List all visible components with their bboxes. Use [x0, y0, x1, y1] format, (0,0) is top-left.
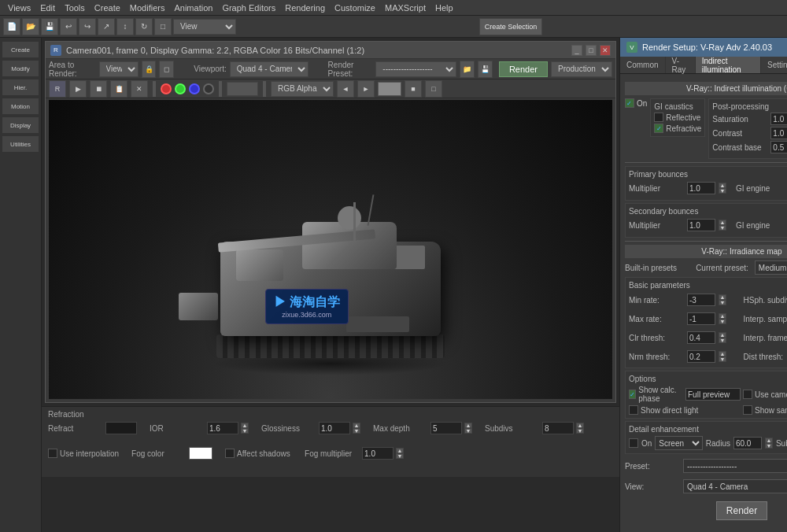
use-camera-path-checkbox[interactable]: [743, 390, 752, 399]
menu-tools[interactable]: Tools: [60, 3, 90, 13]
secondary-mult-spinner[interactable]: ▲▼: [719, 220, 726, 231]
menu-modifiers[interactable]: Modifiers: [125, 3, 170, 13]
sidebar-hierarchy[interactable]: Hier.: [2, 79, 39, 96]
nrm-thresh-spinner[interactable]: ▲▼: [719, 351, 726, 362]
ior-input[interactable]: [207, 422, 238, 434]
select-btn[interactable]: ↗: [98, 18, 115, 35]
render-icon5[interactable]: ✕: [131, 80, 148, 98]
contrast-base-input[interactable]: [770, 141, 787, 153]
max-depth-input[interactable]: [430, 422, 462, 434]
lock-btn[interactable]: 🔒: [142, 61, 157, 78]
ior-spinner[interactable]: ▲ ▼: [241, 423, 249, 434]
channel-prev[interactable]: ◄: [337, 80, 354, 98]
load-preset-btn[interactable]: 📁: [460, 61, 475, 78]
de-scale-select[interactable]: Screen World: [655, 436, 702, 450]
show-calc-checkbox[interactable]: ✓: [629, 390, 636, 399]
glossiness-input[interactable]: [319, 422, 350, 434]
affect-shadows-checkbox[interactable]: [225, 449, 235, 458]
nrm-thresh-input[interactable]: [687, 350, 715, 363]
fog-color-swatch[interactable]: [189, 447, 212, 460]
menu-views[interactable]: Views: [3, 3, 35, 13]
tab-common[interactable]: Common: [620, 57, 666, 73]
save-btn[interactable]: 💾: [41, 18, 58, 35]
rotate-btn[interactable]: ↻: [135, 18, 153, 35]
view-mode-select[interactable]: View: [173, 19, 236, 35]
subdivs-input[interactable]: [542, 422, 574, 434]
redo-btn[interactable]: ↪: [79, 18, 96, 35]
render-preset-select[interactable]: -------------------: [375, 61, 456, 77]
channel-extra1[interactable]: ■: [405, 80, 422, 98]
reflective-checkbox[interactable]: [654, 113, 663, 122]
new-btn[interactable]: 📄: [3, 18, 20, 35]
de-radius-input[interactable]: [733, 437, 762, 449]
refract-input[interactable]: [105, 422, 137, 434]
channel-select[interactable]: RGB Alpha: [271, 81, 334, 97]
show-samples-checkbox[interactable]: [743, 405, 752, 415]
de-on-checkbox[interactable]: [629, 438, 638, 448]
max-rate-input[interactable]: [687, 312, 715, 325]
render-scene-btn[interactable]: Create Selection: [479, 18, 542, 35]
menu-help[interactable]: Help: [430, 3, 458, 13]
subdivs-spinner[interactable]: ▲ ▼: [576, 423, 584, 434]
saturation-input[interactable]: [770, 113, 787, 125]
channel-next[interactable]: ►: [357, 80, 375, 98]
tank-tracks: [216, 334, 445, 358]
show-direct-checkbox[interactable]: [629, 405, 638, 415]
menu-maxscript[interactable]: MAXScript: [380, 3, 430, 13]
move-btn[interactable]: ↕: [116, 18, 134, 35]
scale-btn[interactable]: □: [154, 18, 172, 35]
min-rate-spinner[interactable]: ▲▼: [719, 294, 726, 305]
sidebar-display[interactable]: Display: [2, 116, 39, 134]
min-rate-input[interactable]: [687, 294, 715, 306]
menu-animation[interactable]: Animation: [169, 3, 217, 13]
render-icon3[interactable]: ⏹: [90, 80, 107, 98]
de-radius-spinner[interactable]: ▲▼: [765, 438, 773, 449]
clr-thresh-input[interactable]: [687, 331, 715, 344]
contrast-input[interactable]: [770, 127, 787, 139]
glossiness-spinner[interactable]: ▲ ▼: [353, 423, 360, 434]
minimize-btn[interactable]: _: [571, 45, 582, 56]
menu-graph-editors[interactable]: Graph Editors: [217, 3, 280, 13]
viewport-select[interactable]: Quad 4 - Camera: [230, 61, 309, 77]
sidebar-utilities[interactable]: Utilities: [2, 135, 39, 153]
menu-rendering[interactable]: Rendering: [280, 3, 330, 13]
tab-indirect-illumination[interactable]: Indirect illumination: [696, 57, 761, 73]
primary-mult-input[interactable]: [687, 182, 715, 194]
menu-customize[interactable]: Customize: [330, 3, 380, 13]
render-icon2[interactable]: ▶: [69, 80, 87, 98]
fog-multiplier-input[interactable]: [362, 447, 394, 460]
sidebar-motion[interactable]: Motion: [2, 98, 39, 115]
channel-extra2[interactable]: □: [425, 80, 442, 98]
open-btn[interactable]: 📂: [22, 18, 39, 35]
current-preset-select[interactable]: Medium Very low Low High Very high: [755, 260, 787, 275]
fog-multiplier-spinner[interactable]: ▲ ▼: [396, 448, 404, 459]
sidebar-modify[interactable]: Modify: [2, 60, 39, 77]
preset-select[interactable]: -------------------: [683, 459, 787, 473]
maximize-btn[interactable]: □: [586, 45, 597, 56]
render-icon1[interactable]: R: [49, 80, 66, 98]
save-preset-btn[interactable]: 💾: [478, 61, 493, 78]
tab-settings[interactable]: Settings: [761, 57, 787, 73]
show-calc-input[interactable]: [685, 388, 741, 401]
tab-vray[interactable]: V-Ray: [666, 57, 696, 73]
view-select[interactable]: Quad 4 - Camera: [683, 479, 787, 493]
render-button[interactable]: Render: [499, 61, 548, 77]
menu-create[interactable]: Create: [90, 3, 125, 13]
sidebar-create[interactable]: Create: [2, 41, 39, 58]
max-depth-spinner[interactable]: ▲ ▼: [464, 423, 472, 434]
use-interpolation-checkbox[interactable]: [48, 449, 57, 458]
close-btn[interactable]: ✕: [600, 45, 611, 56]
area-to-render-select[interactable]: View: [99, 61, 139, 77]
undo-btn[interactable]: ↩: [60, 18, 77, 35]
primary-mult-spinner[interactable]: ▲▼: [719, 183, 726, 194]
clr-thresh-spinner[interactable]: ▲▼: [719, 332, 726, 343]
refractive-checkbox[interactable]: ✓: [654, 124, 663, 133]
menu-edit[interactable]: Edit: [35, 3, 60, 13]
area-select-btn[interactable]: ◻: [159, 61, 174, 78]
max-rate-spinner[interactable]: ▲▼: [719, 313, 726, 324]
secondary-mult-input[interactable]: [687, 219, 715, 231]
vray-render-button[interactable]: Render: [716, 501, 767, 520]
render-icon4[interactable]: 📋: [110, 80, 127, 98]
gi-on-checkbox[interactable]: ✓: [625, 98, 634, 108]
render-mode-select[interactable]: Production: [551, 61, 612, 77]
